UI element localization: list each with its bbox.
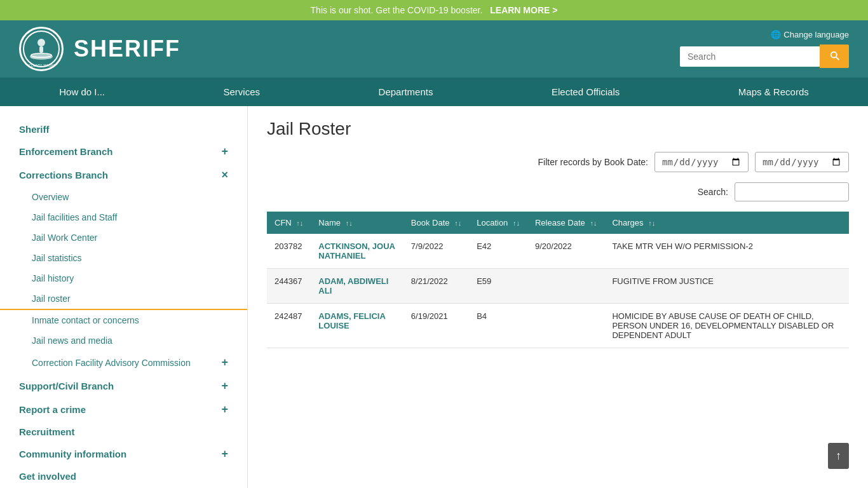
svg-rect-4	[39, 46, 43, 53]
cell-name: ADAMS, FELICIA LOUISE	[311, 304, 403, 348]
sidebar-item-jail-statistics[interactable]: Jail statistics	[0, 248, 247, 268]
cell-book-date: 6/19/2021	[403, 304, 469, 348]
sidebar-item-enforcement-branch[interactable]: Enforcement Branch +	[0, 140, 247, 163]
col-release-date[interactable]: Release Date ↑↓	[527, 212, 604, 234]
sidebar-item-overview[interactable]: Overview	[0, 187, 247, 207]
search-bar	[680, 44, 849, 68]
change-language[interactable]: 🌐 Change language	[771, 30, 849, 39]
search-row: Search:	[267, 182, 849, 201]
expand-report-icon: +	[221, 403, 228, 416]
sort-charges-icon: ↑↓	[648, 219, 655, 227]
header-search-input[interactable]	[680, 46, 820, 67]
sort-name-icon: ↑↓	[346, 219, 353, 227]
sidebar-item-jail-news[interactable]: Jail news and media	[0, 330, 247, 351]
cell-cfn: 242487	[267, 304, 311, 348]
sidebar-item-community-info[interactable]: Community information +	[0, 442, 247, 466]
search-label: Search:	[698, 187, 728, 197]
filter-label: Filter records by Book Date:	[538, 157, 648, 167]
banner-text: This is our shot. Get the COVID-19 boost…	[311, 5, 483, 15]
globe-icon: 🌐	[771, 30, 781, 39]
logo: CLARK COUNTY, WASHINGTON	[19, 27, 64, 71]
inmate-name-link[interactable]: ADAM, ABDIWELI ALI	[318, 276, 388, 295]
main-content: Jail Roster Filter records by Book Date:…	[248, 106, 868, 488]
cell-cfn: 203782	[267, 234, 311, 269]
svg-point-3	[37, 39, 45, 46]
nav-departments[interactable]: Departments	[366, 78, 446, 106]
cell-cfn: 244367	[267, 269, 311, 304]
sidebar-item-cfac[interactable]: Correction Facility Advisory Commission …	[0, 351, 247, 374]
sidebar-item-get-involved[interactable]: Get involved	[0, 466, 247, 487]
filter-row: Filter records by Book Date:	[267, 152, 849, 172]
top-banner: This is our shot. Get the COVID-19 boost…	[0, 0, 868, 20]
table-search-input[interactable]	[735, 182, 849, 201]
header-right: 🌐 Change language	[680, 30, 849, 68]
cell-charges: FUGITIVE FROM JUSTICE	[604, 269, 849, 304]
sidebar-item-report-crime[interactable]: Report a crime +	[0, 398, 247, 421]
header-search-button[interactable]	[820, 44, 849, 68]
cell-release-date	[527, 269, 604, 304]
sidebar-item-support-civil[interactable]: Support/Civil Branch +	[0, 374, 247, 398]
expand-corrections-icon: ×	[221, 168, 228, 182]
sidebar-item-inmate-contact[interactable]: Inmate contact or concerns	[0, 310, 247, 330]
main-layout: Sheriff Enforcement Branch + Corrections…	[0, 106, 868, 488]
col-cfn[interactable]: CFN ↑↓	[267, 212, 311, 234]
nav-elected-officials[interactable]: Elected Officials	[539, 78, 632, 106]
scroll-top-button[interactable]: ↑	[828, 443, 849, 469]
col-location[interactable]: Location ↑↓	[469, 212, 527, 234]
cell-name: ADAM, ABDIWELI ALI	[311, 269, 403, 304]
table-row: 244367ADAM, ABDIWELI ALI8/21/2022E59FUGI…	[267, 269, 849, 304]
site-title: SHERIFF	[74, 36, 180, 62]
cell-book-date: 7/9/2022	[403, 234, 469, 269]
table-row: 203782ACTKINSON, JOUA NATHANIEL7/9/2022E…	[267, 234, 849, 269]
inmate-name-link[interactable]: ACTKINSON, JOUA NATHANIEL	[318, 241, 395, 261]
svg-text:CLARK COUNTY, WASHINGTON: CLARK COUNTY, WASHINGTON	[22, 64, 60, 67]
book-date-to[interactable]	[755, 152, 849, 172]
expand-enforcement-icon: +	[221, 145, 228, 158]
book-date-from[interactable]	[654, 152, 749, 172]
sort-cfn-icon: ↑↓	[296, 219, 303, 227]
sidebar-item-jail-facilities[interactable]: Jail facilities and Staff	[0, 207, 247, 227]
sidebar-item-jail-roster[interactable]: Jail roster	[0, 288, 247, 310]
main-nav: How do I... Services Departments Elected…	[0, 78, 868, 106]
nav-how-do-i[interactable]: How do I...	[46, 78, 118, 106]
page-title: Jail Roster	[267, 119, 849, 139]
nav-services[interactable]: Services	[211, 78, 273, 106]
inmate-name-link[interactable]: ADAMS, FELICIA LOUISE	[318, 311, 385, 330]
sidebar: Sheriff Enforcement Branch + Corrections…	[0, 106, 248, 488]
cell-charges: TAKE MTR VEH W/O PERMISSION-2	[604, 234, 849, 269]
cell-release-date: 9/20/2022	[527, 234, 604, 269]
cell-charges: HOMICIDE BY ABUSE CAUSE OF DEATH OF CHIL…	[604, 304, 849, 348]
expand-support-icon: +	[221, 379, 228, 393]
sidebar-item-sheriff[interactable]: Sheriff	[0, 119, 247, 140]
header-left: CLARK COUNTY, WASHINGTON SHERIFF	[19, 27, 180, 71]
roster-table: CFN ↑↓ Name ↑↓ Book Date ↑↓ Location ↑↓	[267, 212, 849, 348]
nav-maps-records[interactable]: Maps & Records	[726, 78, 822, 106]
expand-community-icon: +	[221, 447, 228, 461]
col-charges[interactable]: Charges ↑↓	[604, 212, 849, 234]
cell-name: ACTKINSON, JOUA NATHANIEL	[311, 234, 403, 269]
sidebar-item-jail-work-center[interactable]: Jail Work Center	[0, 227, 247, 248]
sidebar-item-corrections-branch[interactable]: Corrections Branch ×	[0, 163, 247, 187]
cell-book-date: 8/21/2022	[403, 269, 469, 304]
table-row: 242487ADAMS, FELICIA LOUISE6/19/2021B4HO…	[267, 304, 849, 348]
sort-location-icon: ↑↓	[513, 219, 520, 227]
sidebar-item-recruitment[interactable]: Recruitment	[0, 421, 247, 442]
header: CLARK COUNTY, WASHINGTON SHERIFF 🌐 Chang…	[0, 20, 868, 78]
cell-location: E42	[469, 234, 527, 269]
sort-release-date-icon: ↑↓	[590, 219, 597, 227]
cell-location: E59	[469, 269, 527, 304]
col-name[interactable]: Name ↑↓	[311, 212, 403, 234]
expand-cfac-icon: +	[221, 356, 228, 369]
sidebar-item-jail-history[interactable]: Jail history	[0, 268, 247, 288]
col-book-date[interactable]: Book Date ↑↓	[403, 212, 469, 234]
cell-location: B4	[469, 304, 527, 348]
sort-book-date-icon: ↑↓	[454, 219, 461, 227]
cell-release-date	[527, 304, 604, 348]
banner-link[interactable]: LEARN MORE >	[490, 5, 557, 15]
